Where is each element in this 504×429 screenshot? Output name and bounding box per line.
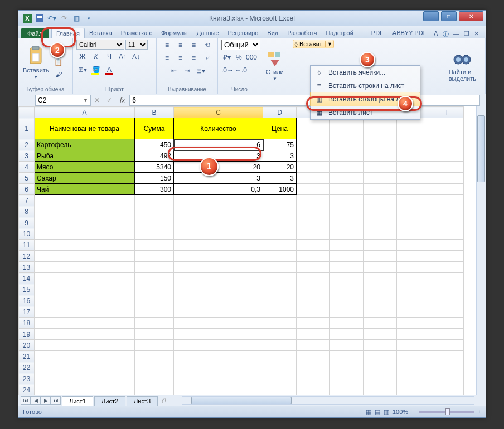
chevron-down-icon[interactable]: ▼	[325, 41, 332, 47]
cell[interactable]	[174, 306, 263, 318]
cell[interactable]	[35, 217, 135, 228]
cell[interactable]	[364, 206, 397, 217]
name-box[interactable]: C2 ▼	[35, 95, 91, 106]
cell[interactable]	[135, 306, 174, 318]
cell[interactable]	[174, 295, 263, 306]
row-header[interactable]: 8	[19, 206, 35, 217]
copy-icon[interactable]: 📋	[52, 57, 65, 68]
cell[interactable]	[174, 273, 263, 284]
cell[interactable]	[263, 340, 297, 351]
cell[interactable]	[430, 195, 464, 206]
cell[interactable]	[397, 217, 430, 228]
cell[interactable]	[35, 240, 135, 251]
cancel-icon[interactable]: ✕	[91, 96, 103, 104]
cell[interactable]	[364, 329, 397, 340]
horizontal-scrollbar[interactable]	[182, 396, 474, 405]
font-size-select[interactable]: 11	[125, 40, 148, 50]
zoom-in-icon[interactable]: +	[478, 408, 481, 415]
cell[interactable]	[297, 318, 330, 329]
cell[interactable]	[430, 384, 464, 396]
row-header[interactable]: 9	[19, 217, 35, 228]
cell[interactable]	[263, 373, 297, 384]
paste-button[interactable]: Вставить ▼	[22, 43, 50, 82]
cell[interactable]	[397, 262, 430, 273]
cell[interactable]	[364, 139, 397, 150]
cell[interactable]	[297, 206, 330, 217]
cell[interactable]	[330, 217, 364, 228]
cell[interactable]: Картофель	[35, 139, 135, 150]
sheet-last-icon[interactable]: ⏭	[51, 396, 61, 405]
cell[interactable]	[397, 184, 430, 195]
row-header[interactable]: 23	[19, 373, 35, 384]
cell[interactable]	[135, 240, 174, 251]
find-select-button[interactable]: Найти и выделить	[448, 48, 477, 84]
column-header[interactable]: D	[263, 107, 297, 118]
cell[interactable]	[35, 340, 135, 351]
cell[interactable]	[35, 351, 135, 362]
doc-restore-icon[interactable]: ❐	[464, 30, 469, 38]
ribbon-tab[interactable]: PDF	[367, 28, 388, 38]
cell[interactable]	[174, 217, 263, 228]
menu-item[interactable]: ⎀Вставить ячейки...	[311, 66, 420, 79]
cell[interactable]: Мясо	[35, 162, 135, 173]
ribbon-tab[interactable]: Формулы	[157, 28, 192, 38]
fill-color-icon[interactable]: 🪣	[90, 64, 102, 75]
cell[interactable]	[330, 306, 364, 318]
scrollbar-thumb[interactable]	[477, 115, 485, 182]
ribbon-tab[interactable]: Вставка	[85, 28, 117, 38]
ribbon-tab[interactable]: Рецензиро	[224, 28, 263, 38]
cell[interactable]	[135, 340, 174, 351]
formula-input[interactable]: 6	[129, 95, 480, 106]
file-tab[interactable]: Файл	[21, 28, 49, 38]
qat-dropdown-icon[interactable]: ▾	[83, 13, 94, 24]
cell[interactable]	[35, 273, 135, 284]
qat-icon[interactable]: ▥	[71, 13, 82, 24]
cell[interactable]	[430, 329, 464, 340]
align-bottom-icon[interactable]: ≡	[188, 40, 200, 51]
cell[interactable]	[135, 217, 174, 228]
cell[interactable]	[135, 318, 174, 329]
cell[interactable]	[364, 295, 397, 306]
cell[interactable]: 20	[263, 162, 297, 173]
cell[interactable]	[35, 195, 135, 206]
cell[interactable]	[35, 362, 135, 373]
cell[interactable]	[430, 373, 464, 384]
cell[interactable]	[35, 284, 135, 295]
cell[interactable]	[297, 251, 330, 262]
cell[interactable]	[297, 306, 330, 318]
cell[interactable]	[297, 195, 330, 206]
cell[interactable]	[263, 262, 297, 273]
cell[interactable]	[297, 373, 330, 384]
decrease-font-icon[interactable]: A↓	[130, 51, 142, 62]
cell[interactable]	[330, 184, 364, 195]
cell[interactable]	[297, 362, 330, 373]
row-header[interactable]: 18	[19, 318, 35, 329]
cell[interactable]	[364, 217, 397, 228]
cell[interactable]	[263, 217, 297, 228]
cell[interactable]	[364, 262, 397, 273]
cell[interactable]	[364, 118, 397, 139]
row-header[interactable]: 19	[19, 329, 35, 340]
cell[interactable]	[430, 206, 464, 217]
cell[interactable]	[364, 351, 397, 362]
cell[interactable]	[263, 240, 297, 251]
row-header[interactable]: 21	[19, 351, 35, 362]
cell[interactable]	[364, 273, 397, 284]
cell[interactable]	[297, 384, 330, 396]
zoom-level[interactable]: 100%	[392, 408, 408, 415]
cell[interactable]	[135, 284, 174, 295]
cell[interactable]: 300	[135, 184, 174, 195]
cell[interactable]	[174, 373, 263, 384]
cell[interactable]	[397, 295, 430, 306]
row-header[interactable]: 22	[19, 362, 35, 373]
vertical-scrollbar[interactable]	[476, 106, 486, 395]
cell[interactable]	[430, 295, 464, 306]
cell[interactable]	[174, 240, 263, 251]
cell[interactable]	[430, 162, 464, 173]
align-top-icon[interactable]: ≡	[161, 40, 173, 51]
scrollbar-thumb[interactable]	[191, 397, 292, 404]
decrease-indent-icon[interactable]: ⇤	[168, 65, 180, 76]
sheet-next-icon[interactable]: ▶	[41, 396, 51, 405]
cell[interactable]	[297, 340, 330, 351]
cell[interactable]	[330, 329, 364, 340]
